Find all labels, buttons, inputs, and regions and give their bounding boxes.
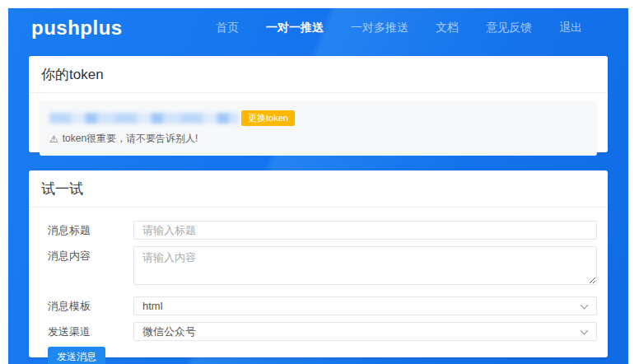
try-it-card-title: 试一试 bbox=[29, 170, 608, 207]
page-background: pushplus 首页 一对一推送 一对多推送 文档 意见反馈 退出 你的tok… bbox=[8, 8, 628, 364]
nav-item-one-to-many-push[interactable]: 一对多推送 bbox=[351, 21, 408, 35]
nav-item-home[interactable]: 首页 bbox=[216, 21, 239, 35]
warning-triangle-icon: ⚠ bbox=[49, 133, 58, 145]
message-content-textarea[interactable] bbox=[133, 246, 597, 285]
message-title-input[interactable] bbox=[133, 221, 597, 240]
main-nav: 首页 一对一推送 一对多推送 文档 意见反馈 退出 bbox=[216, 21, 582, 35]
nav-item-one-to-one-push[interactable]: 一对一推送 bbox=[266, 21, 324, 35]
message-content-label: 消息内容 bbox=[40, 246, 133, 265]
token-row: 更换token bbox=[49, 110, 587, 126]
form-row-content: 消息内容 bbox=[40, 246, 597, 285]
token-warning-text: token很重要，请不要告诉别人! bbox=[63, 132, 198, 146]
token-box: 更换token ⚠ token很重要，请不要告诉别人! bbox=[40, 101, 597, 156]
form-row-template: 消息模板 html bbox=[40, 296, 597, 315]
nav-item-feedback[interactable]: 意见反馈 bbox=[486, 21, 532, 35]
try-it-card: 试一试 消息标题 消息内容 消息模板 html bbox=[29, 170, 608, 357]
nav-item-docs[interactable]: 文档 bbox=[436, 21, 459, 35]
message-template-label: 消息模板 bbox=[40, 296, 133, 315]
message-title-label: 消息标题 bbox=[40, 221, 133, 240]
send-channel-label: 发送渠道 bbox=[40, 322, 133, 341]
divider bbox=[29, 92, 608, 93]
pushplus-logo: pushplus bbox=[31, 16, 123, 40]
token-warning: ⚠ token很重要，请不要告诉别人! bbox=[49, 132, 587, 146]
token-card-title: 你的token bbox=[29, 56, 608, 92]
change-token-button[interactable]: 更换token bbox=[241, 110, 295, 126]
form-row-channel: 发送渠道 微信公众号 bbox=[40, 322, 597, 341]
send-message-form: 消息标题 消息内容 消息模板 html bbox=[29, 208, 608, 364]
token-card: 你的token 更换token ⚠ token很重要，请不要告诉别人! bbox=[29, 56, 608, 152]
form-row-title: 消息标题 bbox=[40, 221, 597, 240]
nav-item-logout[interactable]: 退出 bbox=[559, 21, 582, 35]
token-value-redacted bbox=[49, 113, 239, 124]
top-nav-bar: pushplus 首页 一对一推送 一对多推送 文档 意见反馈 退出 bbox=[8, 8, 628, 48]
send-channel-select[interactable]: 微信公众号 bbox=[133, 322, 597, 341]
message-template-select[interactable]: html bbox=[133, 296, 597, 315]
send-message-button[interactable]: 发送消息 bbox=[48, 347, 105, 364]
